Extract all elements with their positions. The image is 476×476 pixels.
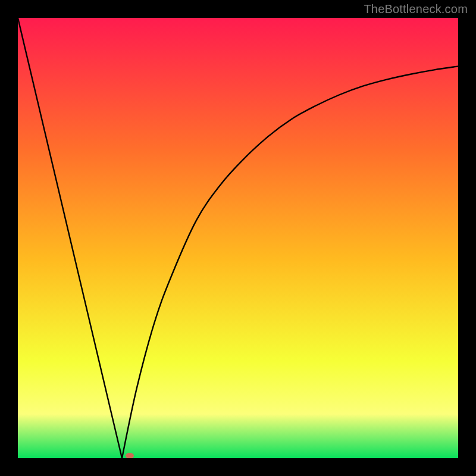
chart-frame: TheBottleneck.com: [0, 0, 476, 476]
gradient-background: [18, 18, 458, 458]
plot-area: [18, 18, 458, 458]
plot-svg: [18, 18, 458, 458]
watermark-label: TheBottleneck.com: [364, 2, 468, 16]
